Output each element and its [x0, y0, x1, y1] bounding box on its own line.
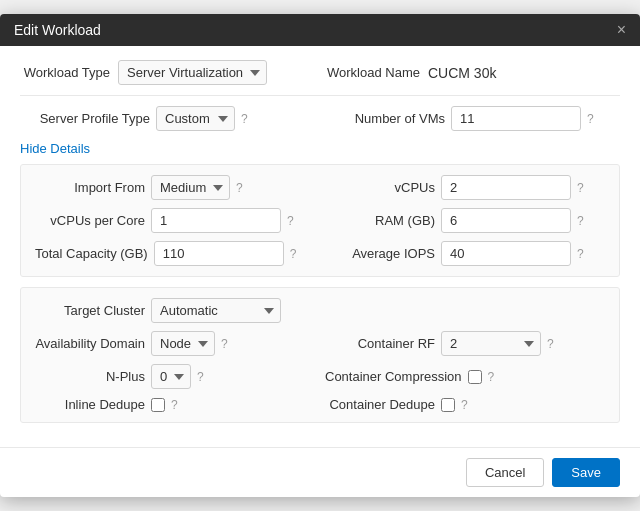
container-compression-checkbox[interactable] — [468, 370, 482, 384]
num-vms-label: Number of VMs — [325, 111, 445, 126]
total-capacity-input[interactable] — [154, 241, 284, 266]
import-vcpus-row: Import From Small Medium Large ? vCPUs ? — [35, 175, 605, 200]
container-rf-label: Container RF — [325, 336, 435, 351]
import-from-wrapper: Small Medium Large — [151, 175, 230, 200]
cluster-section: Target Cluster Automatic Manual Availabi… — [20, 287, 620, 423]
modal-footer: Cancel Save — [0, 447, 640, 497]
inline-dedupe-checkbox[interactable] — [151, 398, 165, 412]
n-plus-help-icon[interactable]: ? — [197, 370, 204, 384]
n-plus-wrapper: 0 1 2 — [151, 364, 191, 389]
inline-dedupe-col: Inline Dedupe ? — [35, 397, 315, 412]
container-dedupe-checkbox[interactable] — [441, 398, 455, 412]
container-rf-wrapper: 1 2 3 — [441, 331, 541, 356]
container-rf-select[interactable]: 1 2 3 — [441, 331, 541, 356]
container-compression-col: Container Compression ? — [325, 369, 605, 385]
avg-iops-label: Average IOPS — [325, 246, 435, 261]
target-cluster-col: Target Cluster Automatic Manual — [35, 298, 315, 323]
server-profile-row: Server Profile Type Custom Small Medium … — [20, 106, 620, 131]
n-plus-label: N-Plus — [35, 369, 145, 384]
inline-dedupe-label: Inline Dedupe — [35, 397, 145, 412]
avail-domain-select[interactable]: Node Block Disk — [151, 331, 215, 356]
container-compression-label: Container Compression — [325, 369, 462, 385]
ram-input[interactable] — [441, 208, 571, 233]
server-profile-label: Server Profile Type — [20, 111, 150, 126]
close-icon[interactable]: × — [617, 22, 626, 38]
container-dedupe-help-icon[interactable]: ? — [461, 398, 468, 412]
num-vms-help-icon[interactable]: ? — [587, 112, 594, 126]
modal-title: Edit Workload — [14, 22, 101, 38]
avg-iops-help-icon[interactable]: ? — [577, 247, 584, 261]
inline-dedupe-help-icon[interactable]: ? — [171, 398, 178, 412]
divider-1 — [20, 95, 620, 96]
cancel-button[interactable]: Cancel — [466, 458, 544, 487]
save-button[interactable]: Save — [552, 458, 620, 487]
details-section: Import From Small Medium Large ? vCPUs ? — [20, 164, 620, 277]
total-capacity-col: Total Capacity (GB) ? — [35, 241, 315, 266]
vcpus-help-icon[interactable]: ? — [577, 181, 584, 195]
vcpus-label: vCPUs — [325, 180, 435, 195]
ram-label: RAM (GB) — [325, 213, 435, 228]
avg-iops-col: Average IOPS ? — [325, 241, 605, 266]
target-cluster-wrapper: Automatic Manual — [151, 298, 281, 323]
server-profile-wrapper: Custom Small Medium Large — [156, 106, 235, 131]
container-dedupe-label: Container Dedupe — [325, 397, 435, 412]
n-plus-select[interactable]: 0 1 2 — [151, 364, 191, 389]
modal-body: Workload Type Server Virtualization VDI … — [0, 46, 640, 447]
vcpus-col: vCPUs ? — [325, 175, 605, 200]
container-rf-help-icon[interactable]: ? — [547, 337, 554, 351]
ram-col: RAM (GB) ? — [325, 208, 605, 233]
vcpus-per-core-help-icon[interactable]: ? — [287, 214, 294, 228]
vcpus-input[interactable] — [441, 175, 571, 200]
avail-domain-col: Availability Domain Node Block Disk ? — [35, 331, 315, 356]
server-profile-col: Server Profile Type Custom Small Medium … — [20, 106, 315, 131]
container-dedupe-col: Container Dedupe ? — [325, 397, 605, 412]
import-from-label: Import From — [35, 180, 145, 195]
avail-domain-wrapper: Node Block Disk — [151, 331, 215, 356]
workload-name-value: CUCM 30k — [428, 65, 496, 81]
import-from-col: Import From Small Medium Large ? — [35, 175, 315, 200]
workload-type-col: Workload Type Server Virtualization VDI … — [20, 60, 313, 85]
n-plus-col: N-Plus 0 1 2 ? — [35, 364, 315, 389]
total-capacity-label: Total Capacity (GB) — [35, 246, 148, 261]
vcpus-per-core-label: vCPUs per Core — [35, 213, 145, 228]
server-profile-help-icon[interactable]: ? — [241, 112, 248, 126]
target-cluster-select[interactable]: Automatic Manual — [151, 298, 281, 323]
ram-help-icon[interactable]: ? — [577, 214, 584, 228]
top-row: Workload Type Server Virtualization VDI … — [20, 60, 620, 85]
container-compression-help-icon[interactable]: ? — [488, 370, 495, 384]
workload-type-label: Workload Type — [20, 65, 110, 80]
avail-domain-label: Availability Domain — [35, 336, 145, 351]
avail-domain-rf-row: Availability Domain Node Block Disk ? Co… — [35, 331, 605, 356]
hide-details-link[interactable]: Hide Details — [20, 141, 90, 156]
edit-workload-modal: Edit Workload × Workload Type Server Vir… — [0, 14, 640, 497]
workload-name-col: Workload Name CUCM 30k — [327, 65, 620, 81]
target-cluster-label: Target Cluster — [35, 303, 145, 318]
vcpus-per-core-input[interactable] — [151, 208, 281, 233]
capacity-iops-row: Total Capacity (GB) ? Average IOPS ? — [35, 241, 605, 266]
target-cluster-row: Target Cluster Automatic Manual — [35, 298, 605, 323]
import-from-select[interactable]: Small Medium Large — [151, 175, 230, 200]
vcpus-per-core-ram-row: vCPUs per Core ? RAM (GB) ? — [35, 208, 605, 233]
container-rf-col: Container RF 1 2 3 ? — [325, 331, 605, 356]
workload-type-select[interactable]: Server Virtualization VDI Database Custo… — [118, 60, 267, 85]
workload-name-label: Workload Name — [327, 65, 420, 80]
server-profile-select[interactable]: Custom Small Medium Large — [156, 106, 235, 131]
import-from-help-icon[interactable]: ? — [236, 181, 243, 195]
modal-header: Edit Workload × — [0, 14, 640, 46]
num-vms-col: Number of VMs ? — [325, 106, 620, 131]
workload-type-wrapper: Server Virtualization VDI Database Custo… — [118, 60, 267, 85]
n-plus-compression-row: N-Plus 0 1 2 ? Container Compression ? — [35, 364, 605, 389]
num-vms-input[interactable] — [451, 106, 581, 131]
vcpus-per-core-col: vCPUs per Core ? — [35, 208, 315, 233]
avail-domain-help-icon[interactable]: ? — [221, 337, 228, 351]
inline-dedupe-container-dedupe-row: Inline Dedupe ? Container Dedupe ? — [35, 397, 605, 412]
total-capacity-help-icon[interactable]: ? — [290, 247, 297, 261]
avg-iops-input[interactable] — [441, 241, 571, 266]
